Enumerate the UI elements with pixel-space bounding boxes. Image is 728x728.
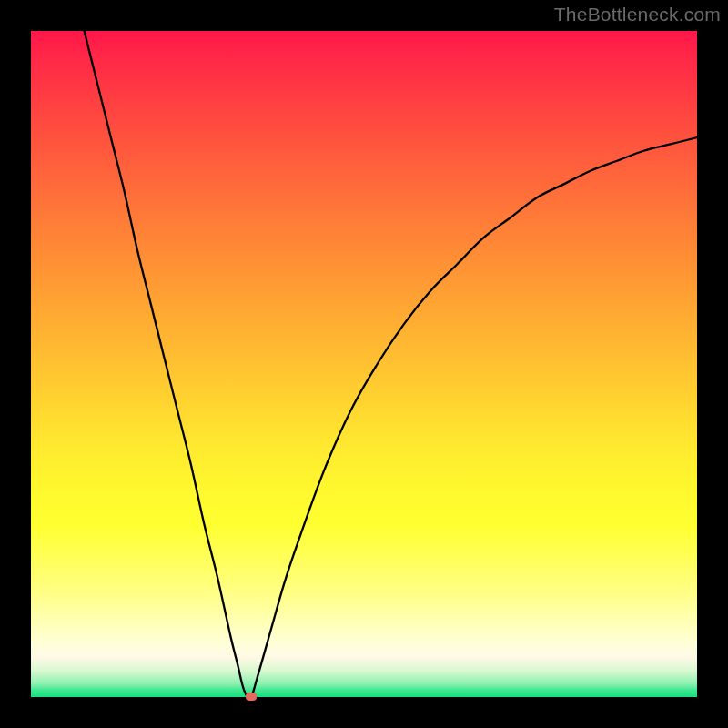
plot-area (31, 31, 697, 697)
bottleneck-curve (31, 31, 697, 697)
minimum-marker (246, 693, 257, 701)
watermark-text: TheBottleneck.com (554, 4, 721, 25)
chart-frame: TheBottleneck.com (0, 0, 728, 728)
